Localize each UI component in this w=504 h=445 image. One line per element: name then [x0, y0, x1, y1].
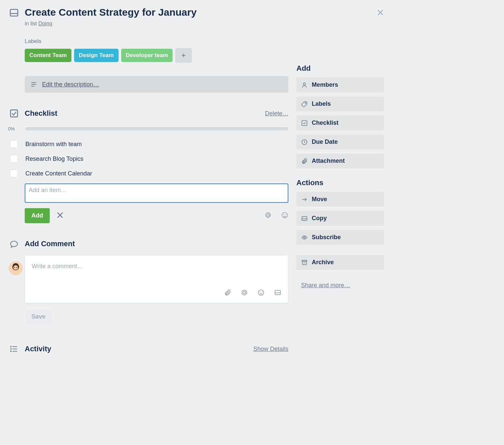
sidebar-checklist[interactable]: Checklist: [296, 115, 384, 130]
card-icon: [8, 7, 20, 19]
sidebar-actions-heading: Actions: [296, 178, 384, 187]
card-title[interactable]: Create Content Strategy for January: [25, 7, 377, 18]
progress-percent: 0%: [8, 126, 21, 131]
checkbox[interactable]: [10, 140, 18, 148]
sidebar-item-label: Labels: [312, 100, 331, 107]
add-label-button[interactable]: [175, 48, 192, 63]
comment-input[interactable]: [25, 256, 288, 284]
svg-rect-36: [302, 120, 307, 125]
checkbox[interactable]: [10, 155, 18, 163]
edit-description-text: Edit the description…: [42, 81, 99, 88]
checklist-item[interactable]: Brainstorm with team: [8, 137, 288, 151]
svg-point-35: [305, 102, 306, 103]
svg-point-10: [267, 214, 269, 216]
sidebar-copy[interactable]: Copy: [296, 211, 384, 226]
card-icon[interactable]: [274, 289, 281, 298]
svg-point-20: [258, 290, 264, 296]
sidebar-archive[interactable]: Archive: [296, 255, 384, 270]
sidebar-due-date[interactable]: Due Date: [296, 134, 384, 149]
sidebar-item-label: Due Date: [312, 138, 338, 145]
sidebar-move[interactable]: Move: [296, 192, 384, 207]
activity-icon: [8, 343, 20, 355]
checklist-item-text: Create Content Calendar: [25, 170, 92, 177]
svg-rect-23: [275, 291, 281, 295]
card-list-location: in list Doing: [25, 21, 384, 27]
sidebar-item-label: Checklist: [312, 119, 338, 126]
svg-point-11: [282, 212, 288, 218]
checklist-item[interactable]: Research Blog Topics: [8, 151, 288, 166]
svg-point-41: [304, 237, 305, 238]
svg-point-34: [303, 83, 306, 85]
svg-point-32: [11, 349, 11, 349]
mention-icon[interactable]: [241, 289, 248, 298]
svg-rect-0: [10, 9, 18, 16]
svg-rect-7: [11, 110, 18, 117]
svg-point-12: [284, 214, 284, 214]
comment-icon: [8, 238, 20, 250]
svg-point-22: [262, 292, 262, 292]
share-and-more-link[interactable]: Share and more…: [301, 282, 350, 289]
checklist-icon: [8, 107, 20, 119]
sidebar-item-label: Archive: [312, 259, 334, 266]
label-developer-team[interactable]: Developer team: [121, 49, 173, 62]
edit-description[interactable]: Edit the description…: [25, 76, 288, 93]
close-icon[interactable]: ×: [377, 7, 384, 19]
checklist-item[interactable]: Create Content Calendar: [8, 166, 288, 181]
sidebar-subscribe[interactable]: Subscribe: [296, 230, 384, 245]
avatar[interactable]: [9, 261, 23, 275]
checklist-heading: Checklist: [25, 109, 265, 118]
sidebar-item-label: Move: [312, 196, 327, 203]
svg-rect-42: [302, 260, 307, 261]
progress-bar: [25, 127, 288, 130]
svg-point-33: [11, 351, 11, 352]
emoji-icon[interactable]: [281, 211, 288, 220]
svg-point-19: [243, 291, 245, 294]
attachment-icon[interactable]: [224, 289, 231, 298]
sidebar-attachment[interactable]: Attachment: [296, 153, 384, 168]
svg-point-18: [16, 267, 17, 268]
add-checklist-item-button[interactable]: Add: [25, 208, 50, 223]
checklist-item-text: Research Blog Topics: [25, 155, 83, 162]
svg-point-31: [11, 346, 11, 347]
show-details-link[interactable]: Show Details: [253, 346, 288, 353]
svg-point-17: [14, 267, 15, 268]
sidebar-item-label: Copy: [312, 215, 327, 222]
labels-heading: Labels: [25, 38, 288, 45]
checklist-item-text: Brainstorm with team: [25, 141, 82, 148]
sidebar-add-heading: Add: [296, 64, 384, 73]
svg-point-21: [260, 292, 260, 292]
sidebar-members[interactable]: Members: [296, 77, 384, 92]
add-comment-heading: Add Comment: [25, 240, 288, 248]
label-content-team[interactable]: Content Team: [25, 49, 71, 62]
label-design-team[interactable]: Design Team: [74, 49, 118, 62]
sidebar-labels[interactable]: Labels: [296, 96, 384, 111]
sidebar-item-label: Members: [312, 81, 338, 88]
mention-icon[interactable]: [264, 211, 272, 220]
sidebar-item-label: Attachment: [312, 157, 345, 164]
cancel-add-item-icon[interactable]: [56, 211, 64, 221]
list-link[interactable]: Doing: [38, 21, 52, 26]
checklist-delete-link[interactable]: Delete…: [265, 110, 288, 117]
sidebar-item-label: Subscribe: [312, 234, 341, 241]
add-checklist-item-input[interactable]: [25, 183, 288, 203]
save-comment-button[interactable]: Save: [25, 309, 52, 324]
emoji-icon[interactable]: [257, 289, 265, 298]
activity-heading: Activity: [25, 345, 253, 353]
checkbox[interactable]: [10, 169, 18, 177]
svg-point-13: [285, 214, 286, 214]
